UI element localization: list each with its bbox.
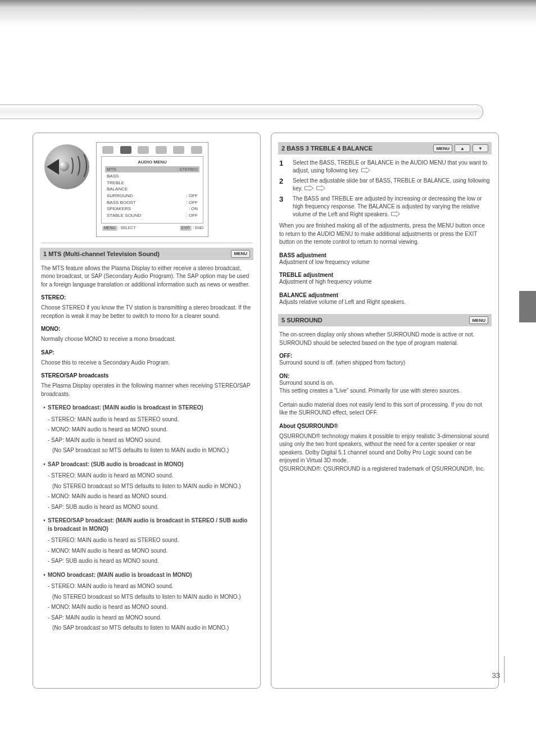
osd-item-mts: MTS : STEREO [105,166,199,173]
section-head-234: 2 BASS 3 TREBLE 4 BALANCE MENU ▲ ▼ [278,142,492,154]
right-arrow-icon [361,167,371,174]
menu-key-icon: MENU [469,316,488,324]
step-1: 1 Select the BASS, TREBLE or BALANCE in … [279,159,490,175]
osd-tab-setup-icon [173,146,184,154]
menu-key-icon: MENU [231,250,250,258]
osd-item-bass: BASS [105,173,199,180]
section-head-mts: 1 MTS (Multi-channel Television Sound) M… [40,248,253,260]
osd-figure: AUDIO MENU MTS : STEREO BASS TREBLE BALA… [41,139,252,243]
mts-stereo-desc: Choose STEREO if you know the TV station… [41,304,252,320]
mts-mono-desc: Normally choose MONO to receive a mono b… [41,335,252,344]
osd-tab-video-icon [102,146,113,154]
right-arrow-icon [316,185,326,192]
right-arrow-icon [304,185,314,192]
up-key-icon: ▲ [455,144,470,152]
menu-key-icon: MENU [433,144,452,152]
page-section-banner [0,104,483,119]
osd-menu-title: AUDIO MENU [105,159,199,166]
step-2: 2 Select the adjustable slide bar of BAS… [279,177,490,193]
mts-sap-desc: Choose this to receive a Secondary Audio… [41,359,252,367]
page-number: 33 [492,671,500,680]
right-arrow-icon [390,211,401,217]
page-side-tab [519,291,536,322]
down-key-icon: ▼ [473,144,488,152]
osd-tab-lang-icon [191,146,202,154]
page-top-gradient [0,0,536,26]
left-column: AUDIO MENU MTS : STEREO BASS TREBLE BALA… [33,133,261,689]
osd-item-speakers: SPEAKERS: ON [105,206,199,212]
step-3: 3 The BASS and TREBLE are adjusted by in… [279,195,490,218]
osd-tab-audio-icon [120,146,131,154]
section-head-surround: 5 SURROUND MENU [278,314,492,326]
osd-item-surround: SURROUND: OFF [105,193,199,199]
osd-tab-timer-icon [138,146,149,154]
osd-item-bassboost: BASS BOOST: OFF [105,199,199,206]
note-234: When you are finished making all of the … [279,222,490,247]
mts-intro: The MTS feature allows the Plasma Displa… [41,265,252,289]
osd-hint-exit-key: EXIT [180,226,192,230]
osd-menu-panel: AUDIO MENU MTS : STEREO BASS TREBLE BALA… [96,142,208,237]
osd-item-stablesound: STABLE SOUND: OFF [105,212,199,219]
osd-item-treble: TREBLE [105,180,199,186]
osd-item-balance: BALANCE [105,186,199,193]
page-footer-rule [504,656,505,683]
right-column: 2 BASS 3 TREBLE 4 BALANCE MENU ▲ ▼ 1 Sel… [271,133,499,689]
osd-tab-input-icon [156,146,167,154]
surround-intro: The on-screen display only shows whether… [279,331,490,347]
osd-hint-menu-key: MENU [102,226,117,230]
speaker-icon [41,142,90,192]
